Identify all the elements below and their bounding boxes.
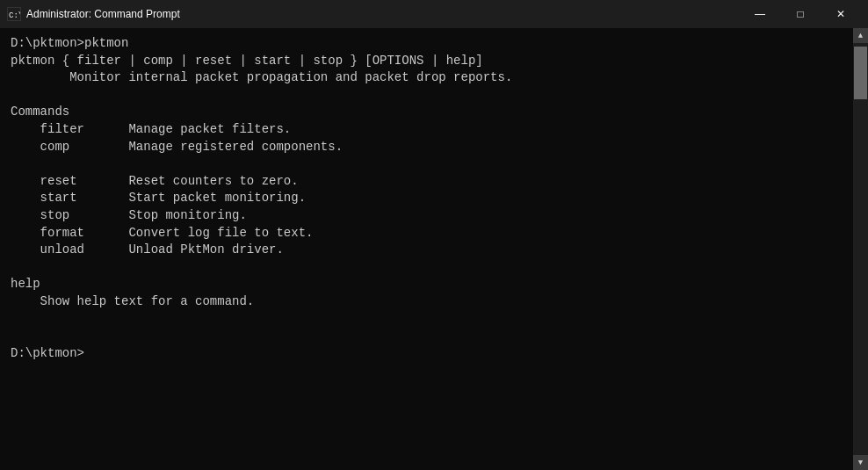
prompt-line-1: D:\pktmon>pktmon — [11, 36, 128, 50]
close-button[interactable]: ✕ — [821, 0, 861, 28]
cmd-start: start Start packet monitoring. — [11, 191, 306, 205]
blank-1 — [11, 88, 18, 102]
maximize-button[interactable]: □ — [780, 0, 821, 28]
scroll-up-button[interactable]: ▲ — [853, 28, 868, 43]
blank-5 — [11, 329, 18, 343]
minimize-button[interactable]: — — [740, 0, 780, 28]
help-desc: Show help text for a command. — [11, 294, 254, 308]
usage-line: pktmon { filter | comp | reset | start |… — [11, 54, 483, 68]
scroll-thumb[interactable] — [854, 47, 867, 99]
cmd-stop: stop Stop monitoring. — [11, 208, 247, 222]
window: C:\ Administrator: Command Prompt — □ ✕ … — [0, 0, 868, 470]
help-header: help — [11, 277, 40, 291]
blank-2 — [11, 156, 18, 170]
commands-header: Commands — [11, 105, 69, 119]
cmd-reset: reset Reset counters to zero. — [11, 174, 299, 188]
title-bar-controls: — □ ✕ — [740, 0, 861, 28]
cmd-unload: unload Unload PktMon driver. — [11, 242, 284, 257]
blank-3 — [11, 260, 18, 274]
svg-text:C:\: C:\ — [9, 11, 20, 20]
cmd-filter: filter Manage packet filters. — [11, 122, 291, 136]
title-bar-left: C:\ Administrator: Command Prompt — [7, 7, 180, 21]
title-bar: C:\ Administrator: Command Prompt — □ ✕ — [0, 0, 868, 28]
terminal-output[interactable]: D:\pktmon>pktmon pktmon { filter | comp … — [0, 28, 853, 470]
cmd-comp: comp Manage registered components. — [11, 140, 343, 154]
scrollbar: ▲ ▼ — [853, 28, 868, 470]
content-area: D:\pktmon>pktmon pktmon { filter | comp … — [0, 28, 868, 470]
title-bar-title: Administrator: Command Prompt — [26, 8, 180, 20]
blank-4 — [11, 312, 18, 326]
cmd-format: format Convert log file to text. — [11, 226, 313, 240]
scroll-down-button[interactable]: ▼ — [853, 455, 868, 470]
prompt-line-2: D:\pktmon> — [11, 346, 84, 360]
cmd-icon: C:\ — [7, 7, 21, 21]
usage-desc-line: Monitor internal packet propagation and … — [11, 70, 512, 84]
scroll-track[interactable] — [853, 43, 868, 455]
